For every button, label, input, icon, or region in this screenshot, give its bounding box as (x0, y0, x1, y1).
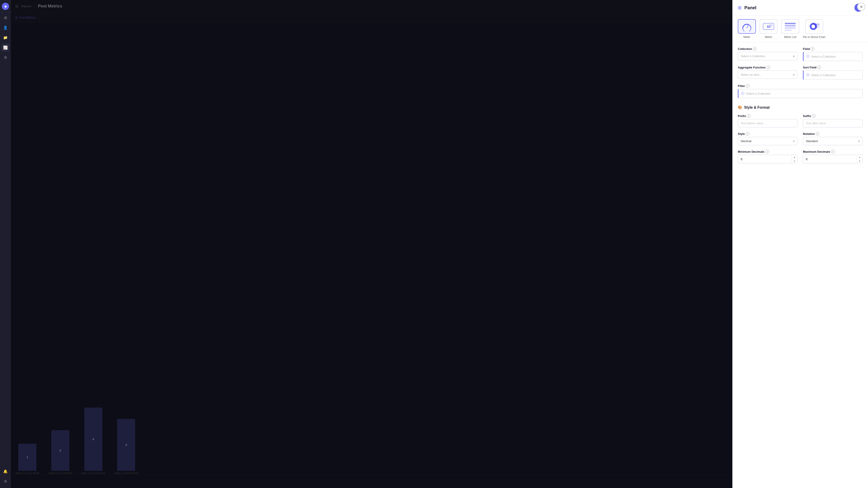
max-decimals-group: Maximum Decimals i ▲ ▼ (803, 150, 863, 163)
suffix-group: Suffix i (803, 114, 863, 127)
style-group: Style i Decimal ▾ (738, 132, 798, 145)
field-placeholder: Select a Collection (811, 55, 836, 58)
metric-icon-box: $0 (760, 19, 778, 34)
collection-label: Collection i (738, 47, 798, 51)
aggregate-info-icon: i (767, 66, 770, 69)
notation-info-icon: i (816, 132, 819, 135)
svg-rect-14 (816, 27, 819, 28)
pie-donut-icon-box (805, 19, 823, 34)
sidebar: ◆ ⊞ 👤 📁 📈 ⚙ 🔔 ⚙ (0, 0, 11, 488)
sidebar-item-user-settings[interactable]: ⚙ (1, 477, 9, 485)
aggregate-select[interactable]: Select an item... ▾ (738, 70, 798, 79)
min-decimals-spinners: ▲ ▼ (792, 155, 797, 163)
aggregate-chevron-icon: ▾ (793, 73, 795, 76)
suffix-info-icon: i (812, 114, 815, 118)
close-button[interactable]: ✕ (857, 3, 865, 11)
min-decimals-label: Minimum Decimals i (738, 150, 798, 153)
min-decimals-up[interactable]: ▲ (792, 155, 797, 159)
metric-list-label: Metric List (784, 35, 797, 39)
style-chevron-icon: ▾ (793, 140, 795, 143)
filter-info-icon: i (746, 84, 749, 88)
sidebar-item-notifications[interactable]: 🔔 (1, 467, 9, 475)
min-decimals-info-icon: i (765, 150, 769, 153)
sidebar-item-settings[interactable]: ⚙ (1, 53, 9, 61)
sidebar-item-files[interactable]: 📁 (1, 33, 9, 41)
collection-field-row: Collection i Select a Collection ▾ Field… (738, 47, 863, 61)
field-select[interactable]: ⓘ Select a Collection (803, 52, 863, 61)
min-decimals-input[interactable] (738, 155, 792, 163)
field-group: Field i ⓘ Select a Collection (803, 47, 863, 61)
max-decimals-spinners: ▲ ▼ (857, 155, 862, 163)
field-info-icon: i (811, 47, 814, 51)
collection-placeholder: Select a Collection (741, 55, 765, 58)
sidebar-item-insights[interactable]: 📈 (1, 43, 9, 52)
filter-placeholder: Select a Collection (746, 92, 771, 95)
filter-row: Filter i ⓘ Select a Collection (738, 84, 863, 98)
prefix-info-icon: i (747, 114, 750, 118)
sort-field-select[interactable]: ⓘ Select a Collection (803, 70, 863, 79)
style-select[interactable]: Decimal ▾ (738, 137, 798, 145)
filter-field[interactable]: ⓘ Select a Collection (738, 89, 863, 98)
max-decimals-info-icon: i (831, 150, 835, 153)
sort-field-placeholder: Select a Collection (811, 73, 836, 77)
sort-field-info-icon: i (817, 66, 821, 69)
style-value: Decimal (741, 139, 751, 143)
meter-icon-box (738, 19, 756, 34)
min-decimals-group: Minimum Decimals i ▲ ▼ (738, 150, 798, 163)
notation-select[interactable]: Standard ▾ (803, 137, 863, 145)
style-format-title: Style & Format (744, 105, 770, 109)
svg-line-1 (747, 25, 748, 28)
style-notation-row: Style i Decimal ▾ Notation i Standard (738, 132, 863, 145)
sort-field-group: Sort Field i ⓘ Select a Collection (803, 66, 863, 79)
meter-label: Meter (743, 35, 750, 39)
aggregate-label: Aggregate Function i (738, 66, 798, 69)
panel-header: ⊞ Panel ✓ (733, 0, 868, 15)
chart-type-selector: Meter $0 Metric (733, 15, 868, 42)
collection-chevron-icon: ▾ (793, 55, 795, 58)
chart-type-metric[interactable]: $0 Metric (760, 19, 778, 39)
svg-rect-8 (785, 27, 796, 29)
notation-value: Standard (806, 139, 818, 143)
sidebar-item-overview[interactable]: ⊞ (1, 13, 9, 22)
notation-group: Notation i Standard ▾ (803, 132, 863, 145)
max-decimals-up[interactable]: ▲ (857, 155, 862, 159)
filter-label: Filter i (738, 84, 863, 88)
min-decimals-down[interactable]: ▼ (792, 159, 797, 163)
suffix-input[interactable] (803, 119, 863, 127)
main-area: ⊟ Reports › Post Metrics ⊟ Post Metrics … (11, 0, 868, 488)
chart-type-pie-donut[interactable]: Pie or Donut Chart (803, 19, 825, 39)
prefix-input[interactable] (738, 119, 798, 127)
svg-rect-7 (785, 25, 796, 26)
panel-title: Panel (744, 5, 852, 10)
svg-point-11 (811, 25, 815, 28)
chart-type-metric-list[interactable]: Metric List (781, 19, 799, 39)
sidebar-item-users[interactable]: 👤 (1, 24, 9, 32)
svg-rect-6 (785, 23, 796, 24)
style-label: Style i (738, 132, 798, 135)
style-info-icon: i (746, 132, 749, 135)
panel-icon: ⊞ (738, 5, 742, 10)
style-format-icon: 🎨 (738, 105, 742, 109)
svg-rect-13 (816, 26, 819, 26)
collection-info-icon: i (753, 47, 756, 51)
max-decimals-input[interactable] (803, 155, 857, 163)
metric-list-icon-box (781, 19, 799, 34)
decimals-row: Minimum Decimals i ▲ ▼ Maximum Decimals (738, 150, 863, 163)
sort-info-circle-icon: ⓘ (806, 73, 809, 77)
chart-type-meter[interactable]: Meter (738, 19, 756, 39)
aggregate-placeholder: Select an item... (741, 73, 762, 76)
app-logo[interactable]: ◆ (2, 3, 9, 10)
suffix-label: Suffix i (803, 114, 863, 118)
notation-chevron-icon: ▾ (858, 140, 860, 143)
field-label: Field i (803, 47, 863, 51)
max-decimals-label: Maximum Decimals i (803, 150, 863, 153)
field-info-circle-icon: ⓘ (806, 55, 809, 59)
svg-rect-12 (816, 24, 819, 25)
pie-donut-label: Pie or Donut Chart (803, 35, 825, 39)
aggregate-group: Aggregate Function i Select an item... ▾ (738, 66, 798, 79)
max-decimals-down[interactable]: ▼ (857, 159, 862, 163)
prefix-label: Prefix i (738, 114, 798, 118)
collection-select[interactable]: Select a Collection ▾ (738, 52, 798, 60)
svg-rect-9 (785, 30, 792, 31)
collection-group: Collection i Select a Collection ▾ (738, 47, 798, 61)
